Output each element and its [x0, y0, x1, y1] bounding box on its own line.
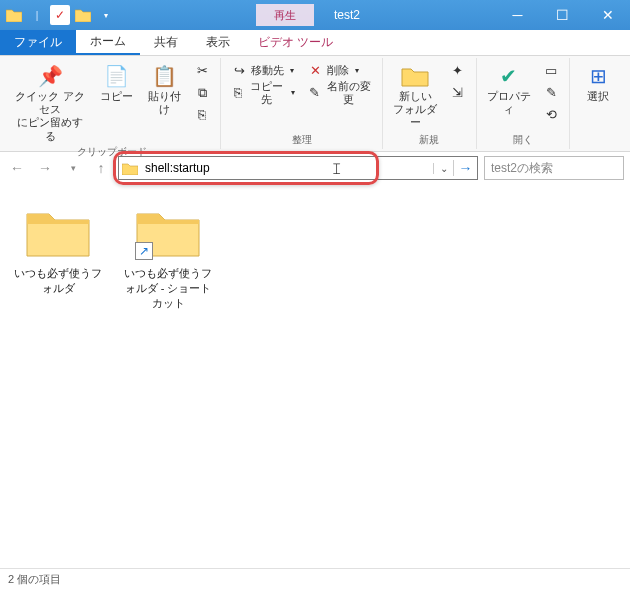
copy-icon: 📄 [102, 62, 130, 90]
edit-button[interactable]: ✎ [539, 82, 563, 104]
chevron-down-icon: ▾ [291, 88, 295, 98]
tab-file[interactable]: ファイル [0, 30, 76, 55]
search-placeholder: test2の検索 [491, 160, 553, 177]
ribbon: 📌 クイック アクセス にピン留めする 📄 コピー 📋 貼り付け ✂ ⧉ ⎘ ク… [0, 56, 630, 152]
paste-icon: 📋 [150, 62, 178, 90]
ribbon-group-select: ⊞ 選択 [570, 58, 626, 149]
ribbon-tabs: ファイル ホーム 共有 表示 ビデオ ツール [0, 30, 630, 56]
close-button[interactable]: ✕ [585, 0, 630, 30]
chevron-down-icon: ▾ [355, 66, 359, 76]
recent-dropdown[interactable]: ▾ [62, 157, 84, 179]
pin-quick-access-button[interactable]: 📌 クイック アクセス にピン留めする [10, 60, 90, 145]
cut-button[interactable]: ✂ [190, 60, 214, 82]
up-button[interactable]: ↑ [90, 157, 112, 179]
delete-icon: ✕ [307, 63, 323, 79]
explorer-icon [4, 5, 24, 25]
address-input[interactable] [141, 159, 433, 177]
history-button[interactable]: ⟲ [539, 104, 563, 126]
rename-label: 名前の変更 [325, 80, 372, 106]
properties-label: プロパティ [487, 90, 531, 116]
ribbon-group-clipboard: 📌 クイック アクセス にピン留めする 📄 コピー 📋 貼り付け ✂ ⧉ ⎘ ク… [4, 58, 221, 149]
tab-share[interactable]: 共有 [140, 30, 192, 55]
check-icon: ✔ [495, 62, 523, 90]
folder-icon [401, 62, 429, 90]
group-label-open: 開く [483, 133, 563, 147]
new-item-icon: ✦ [450, 63, 466, 79]
shortcut-arrow-icon: ↗ [135, 242, 153, 260]
open-icon: ▭ [543, 63, 559, 79]
select-icon: ⊞ [584, 62, 612, 90]
history-icon: ⟲ [543, 107, 559, 123]
contextual-tab-label: 再生 [256, 4, 314, 26]
copy-to-icon: ⎘ [231, 85, 244, 101]
properties-button[interactable]: ✔ プロパティ [483, 60, 535, 118]
forward-button[interactable]: → [34, 157, 56, 179]
address-bar: ← → ▾ ↑ 𝙸 ⌄ → test2の検索 [0, 152, 630, 184]
pin-icon: 📌 [36, 62, 64, 90]
qat-new-folder-icon[interactable] [73, 5, 93, 25]
rename-icon: ✎ [307, 85, 321, 101]
group-label-select [576, 133, 620, 147]
copy-path-icon: ⧉ [194, 85, 210, 101]
list-item[interactable]: ↗ いつも必ず使うフォルダ - ショートカット [122, 204, 214, 311]
ribbon-group-organize: ↪移動先▾ ⎘コピー先▾ ✕削除▾ ✎名前の変更 整理 [221, 58, 383, 149]
qat-dropdown-icon[interactable]: ▾ [96, 5, 116, 25]
copy-label: コピー [100, 90, 133, 103]
open-button[interactable]: ▭ [539, 60, 563, 82]
search-input[interactable]: test2の検索 [484, 156, 624, 180]
new-item-button[interactable]: ✦ [446, 60, 470, 82]
folder-thumb: ↗ [135, 204, 201, 260]
window-title: test2 [334, 8, 495, 22]
easy-access-button[interactable]: ⇲ [446, 82, 470, 104]
group-label-organize: 整理 [227, 133, 376, 147]
paste-button[interactable]: 📋 貼り付け [142, 60, 186, 118]
select-button[interactable]: ⊞ 選択 [576, 60, 620, 105]
address-folder-icon [119, 162, 141, 175]
pin-label: クイック アクセス にピン留めする [14, 90, 86, 143]
paste-shortcut-icon: ⎘ [194, 107, 210, 123]
chevron-down-icon: ▾ [290, 66, 294, 76]
minimize-button[interactable]: ─ [495, 0, 540, 30]
new-folder-button[interactable]: 新しい フォルダー [389, 60, 441, 132]
go-button[interactable]: → [453, 160, 477, 176]
delete-label: 削除 [327, 64, 349, 77]
move-to-button[interactable]: ↪移動先▾ [227, 60, 299, 82]
file-list[interactable]: いつも必ず使うフォルダ ↗ いつも必ず使うフォルダ - ショートカット [0, 184, 630, 554]
copy-to-label: コピー先 [248, 80, 285, 106]
back-button[interactable]: ← [6, 157, 28, 179]
edit-icon: ✎ [543, 85, 559, 101]
paste-shortcut-button[interactable]: ⎘ [190, 104, 214, 126]
address-field-wrap: 𝙸 ⌄ → [118, 156, 478, 180]
tab-video-tools[interactable]: ビデオ ツール [244, 30, 347, 55]
status-bar: 2 個の項目 [0, 568, 630, 590]
status-text: 2 個の項目 [8, 572, 61, 587]
copy-button[interactable]: 📄 コピー [94, 60, 138, 105]
tab-view[interactable]: 表示 [192, 30, 244, 55]
delete-button[interactable]: ✕削除▾ [303, 60, 376, 82]
group-label-new: 新規 [389, 133, 469, 147]
select-label: 選択 [587, 90, 609, 103]
rename-button[interactable]: ✎名前の変更 [303, 82, 376, 104]
copy-to-button[interactable]: ⎘コピー先▾ [227, 82, 299, 104]
item-label: いつも必ず使うフォルダ - ショートカット [122, 266, 214, 311]
cut-icon: ✂ [194, 63, 210, 79]
tab-home[interactable]: ホーム [76, 30, 140, 55]
quick-access-toolbar: | ✓ ▾ [0, 5, 116, 25]
ribbon-group-open: ✔ プロパティ ▭ ✎ ⟲ 開く [477, 58, 570, 149]
folder-thumb [25, 204, 91, 260]
qat-properties-icon[interactable]: ✓ [50, 5, 70, 25]
copy-path-button[interactable]: ⧉ [190, 82, 214, 104]
list-item[interactable]: いつも必ず使うフォルダ [12, 204, 104, 296]
title-bar: | ✓ ▾ 再生 test2 ─ ☐ ✕ [0, 0, 630, 30]
ribbon-group-new: 新しい フォルダー ✦ ⇲ 新規 [383, 58, 476, 149]
item-label: いつも必ず使うフォルダ [12, 266, 104, 296]
move-to-label: 移動先 [251, 64, 284, 77]
qat-separator: | [27, 5, 47, 25]
new-folder-label: 新しい フォルダー [393, 90, 437, 130]
easy-access-icon: ⇲ [450, 85, 466, 101]
maximize-button[interactable]: ☐ [540, 0, 585, 30]
move-to-icon: ↪ [231, 63, 247, 79]
paste-label: 貼り付け [146, 90, 182, 116]
address-history-dropdown[interactable]: ⌄ [433, 163, 453, 174]
